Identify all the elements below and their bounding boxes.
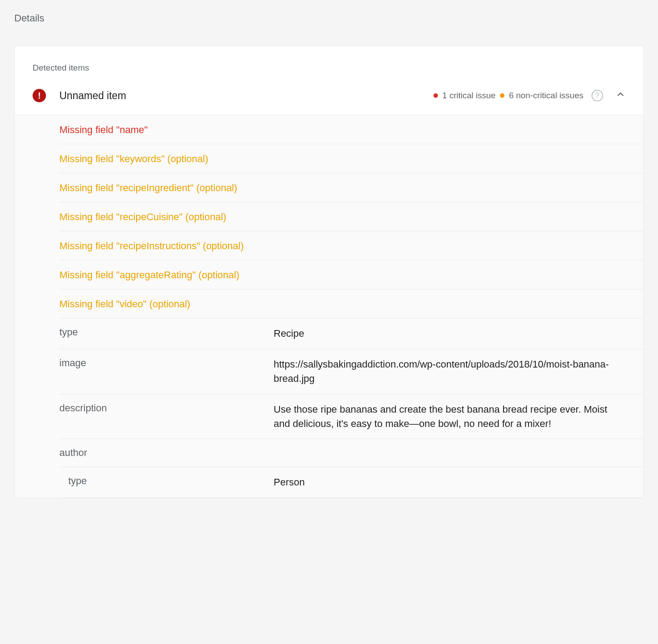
- property-value: Use those ripe bananas and create the be…: [274, 402, 625, 431]
- error-icon: !: [33, 89, 46, 102]
- details-body: Missing field "name"Missing field "keywo…: [15, 115, 643, 498]
- property-value: Recipe: [274, 326, 304, 341]
- issue-row[interactable]: Missing field "name": [59, 115, 643, 144]
- issue-row[interactable]: Missing field "recipeIngredient" (option…: [59, 173, 643, 202]
- property-value: https://sallysbakingaddiction.com/wp-con…: [274, 357, 625, 386]
- card-subtitle: Detected items: [15, 46, 643, 85]
- item-header[interactable]: ! Unnamed item 1 critical issue 6 non-cr…: [15, 85, 643, 115]
- property-row-author: author: [59, 439, 643, 467]
- noncritical-count-label: 6 non-critical issues: [509, 91, 583, 100]
- issue-row[interactable]: Missing field "keywords" (optional): [59, 144, 643, 173]
- critical-count-label: 1 critical issue: [442, 91, 496, 100]
- property-row-author-type: type Person: [59, 467, 643, 498]
- property-key: type: [59, 475, 274, 489]
- property-key: type: [59, 326, 274, 341]
- property-row-type: type Recipe: [59, 318, 643, 349]
- issue-row[interactable]: Missing field "recipeInstructions" (opti…: [59, 231, 643, 260]
- details-card: Detected items ! Unnamed item 1 critical…: [14, 46, 644, 498]
- property-key: image: [59, 357, 274, 386]
- issue-row[interactable]: Missing field "aggregateRating" (optiona…: [59, 260, 643, 289]
- chevron-up-icon[interactable]: [616, 89, 625, 102]
- property-row-image: image https://sallysbakingaddiction.com/…: [59, 349, 643, 394]
- property-value: Person: [274, 475, 305, 489]
- help-icon[interactable]: ?: [591, 90, 603, 101]
- issue-row[interactable]: Missing field "video" (optional): [59, 289, 643, 318]
- issue-counts: 1 critical issue 6 non-critical issues: [433, 91, 583, 100]
- property-key: description: [59, 402, 274, 431]
- critical-dot-icon: [433, 93, 438, 98]
- page-title: Details: [14, 13, 644, 24]
- noncritical-dot-icon: [500, 93, 504, 98]
- property-row-description: description Use those ripe bananas and c…: [59, 394, 643, 439]
- item-title: Unnamed item: [59, 90, 433, 102]
- issue-row[interactable]: Missing field "recipeCuisine" (optional): [59, 202, 643, 231]
